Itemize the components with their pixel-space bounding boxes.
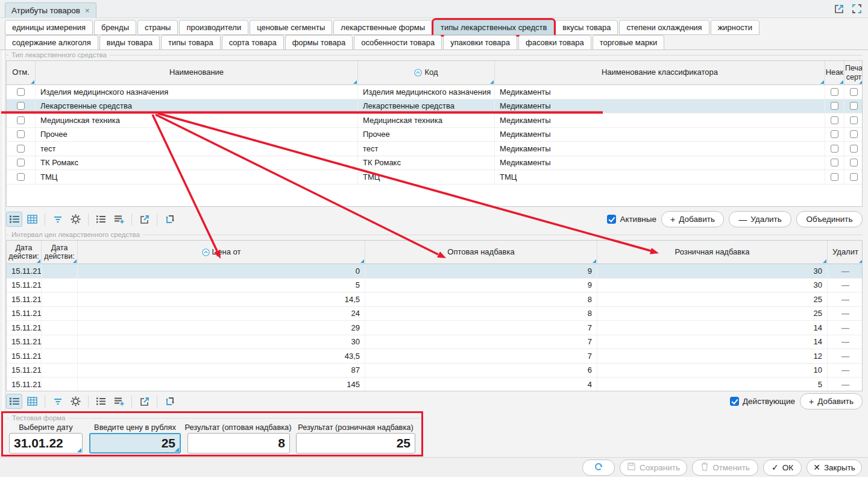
attr-tab[interactable]: жирности: [711, 20, 760, 35]
merge-button[interactable]: Объединить: [796, 211, 863, 227]
add-row-icon[interactable]: [111, 212, 127, 227]
attr-tab[interactable]: ценовые сегменты: [250, 20, 332, 35]
delete-row-icon[interactable]: —: [841, 267, 849, 276]
grid-view-icon[interactable]: [24, 212, 40, 227]
attr-tab[interactable]: бренды: [94, 20, 136, 35]
row-mark-checkbox[interactable]: [17, 130, 25, 138]
attr-tab[interactable]: особенности товара: [354, 35, 442, 50]
attr-tab[interactable]: типы лекарственных средств: [433, 20, 554, 35]
row-inactive-checkbox[interactable]: [831, 145, 838, 153]
col-header-code[interactable]: Код: [358, 61, 495, 84]
row-inactive-checkbox[interactable]: [831, 130, 838, 138]
attr-tab[interactable]: сорта товара: [222, 35, 284, 50]
refresh-button[interactable]: [582, 460, 615, 476]
row-inactive-checkbox[interactable]: [831, 116, 838, 124]
col-header-wholesale[interactable]: Оптовая надбавка: [365, 241, 597, 264]
row-mark-checkbox[interactable]: [17, 102, 25, 110]
row-print-checkbox[interactable]: [850, 145, 858, 153]
price-interval-row[interactable]: 15.11.215930—: [7, 279, 862, 293]
current-filter[interactable]: Действующие: [730, 397, 795, 406]
row-inactive-checkbox[interactable]: [831, 102, 838, 110]
close-tab-icon[interactable]: ×: [85, 6, 90, 15]
attr-tab[interactable]: торговые марки: [593, 35, 664, 50]
col-header-delete[interactable]: Удалит: [828, 241, 863, 264]
drug-type-row[interactable]: ТК РомаксТК РомаксМедикаменты: [7, 156, 862, 171]
row-print-checkbox[interactable]: [850, 116, 858, 124]
add-type-button[interactable]: + Добавить: [661, 211, 724, 227]
save-button[interactable]: Сохранить: [620, 460, 687, 476]
reload-icon[interactable]: [162, 212, 178, 227]
attr-tab[interactable]: виды товара: [99, 35, 160, 50]
attr-tab[interactable]: типы товара: [161, 35, 221, 50]
add-row-icon[interactable]: [111, 394, 127, 409]
row-inactive-checkbox[interactable]: [831, 173, 838, 181]
price-interval-row[interactable]: 15.11.2143,5712—: [7, 349, 862, 364]
row-print-checkbox[interactable]: [850, 102, 858, 110]
export-icon[interactable]: [136, 212, 153, 227]
row-mark-checkbox[interactable]: [17, 88, 25, 96]
ok-button[interactable]: ✓ ОК: [763, 460, 802, 476]
delete-row-icon[interactable]: —: [841, 323, 849, 332]
attr-tab[interactable]: степени охлаждения: [619, 20, 709, 35]
grid-view-icon[interactable]: [24, 394, 40, 409]
delete-row-icon[interactable]: —: [841, 309, 849, 318]
cancel-button[interactable]: Отменить: [692, 460, 758, 476]
reload-icon[interactable]: [162, 394, 178, 409]
drug-type-row[interactable]: ПрочееПрочееМедикаменты: [7, 128, 862, 142]
price-interval-row[interactable]: 15.11.2114545—: [7, 377, 862, 391]
attr-tab[interactable]: фасовки товара: [518, 35, 591, 50]
row-inactive-checkbox[interactable]: [831, 88, 838, 96]
current-checkbox[interactable]: [730, 397, 739, 406]
attr-tab[interactable]: вкусы товара: [555, 20, 618, 35]
price-interval-row[interactable]: 15.11.2187610—: [7, 364, 862, 378]
numbered-list-icon[interactable]: [93, 212, 109, 227]
open-in-window-icon[interactable]: [834, 4, 844, 14]
delete-type-button[interactable]: — Удалить: [729, 211, 791, 227]
attr-tab[interactable]: единицы измерения: [5, 20, 93, 35]
doc-tab-attributes[interactable]: Атрибуты товаров ×: [5, 2, 96, 18]
delete-row-icon[interactable]: —: [841, 365, 849, 374]
col-header-date-from[interactable]: Дата действи:: [7, 241, 42, 264]
list-view-icon[interactable]: [6, 394, 22, 409]
export-icon[interactable]: [136, 394, 153, 409]
row-inactive-checkbox[interactable]: [831, 159, 838, 166]
drug-type-row[interactable]: Лекарственные средстваЛекарственные сред…: [7, 100, 862, 114]
list-view-icon[interactable]: [6, 212, 22, 227]
row-print-checkbox[interactable]: [850, 88, 858, 96]
col-header-inactive[interactable]: Неак: [825, 61, 844, 84]
price-interval-row[interactable]: 15.11.2124825—: [7, 307, 862, 321]
drug-type-row[interactable]: ТМЦТМЦТМЦ: [7, 170, 862, 185]
drug-type-row[interactable]: Изделия медицинского назначенияИзделия м…: [7, 85, 862, 100]
active-filter[interactable]: Активные: [607, 215, 656, 224]
price-interval-row[interactable]: 15.11.210930—: [7, 264, 862, 279]
filter-icon[interactable]: [49, 212, 66, 227]
date-input[interactable]: 31.01.22: [9, 433, 83, 453]
settings-gear-icon[interactable]: [68, 212, 84, 227]
row-mark-checkbox[interactable]: [17, 159, 25, 166]
delete-row-icon[interactable]: —: [841, 380, 849, 389]
price-input[interactable]: 25: [89, 433, 181, 453]
drug-type-row[interactable]: Медицинская техникаМедицинская техникаМе…: [7, 113, 862, 128]
row-print-checkbox[interactable]: [850, 130, 858, 138]
price-interval-row[interactable]: 15.11.2129714—: [7, 321, 862, 335]
active-checkbox[interactable]: [607, 215, 616, 224]
col-header-mark[interactable]: Отм.: [7, 61, 36, 84]
price-interval-row[interactable]: 15.11.2114,5825—: [7, 292, 862, 307]
col-header-classifier[interactable]: Наименование классификатора: [495, 61, 825, 84]
attr-tab[interactable]: производители: [179, 20, 248, 35]
attr-tab[interactable]: упаковки товара: [443, 35, 517, 50]
row-mark-checkbox[interactable]: [17, 173, 25, 181]
attr-tab[interactable]: страны: [137, 20, 178, 35]
row-print-checkbox[interactable]: [850, 173, 858, 181]
col-header-retail[interactable]: Розничная надбавка: [597, 241, 828, 264]
fullscreen-icon[interactable]: [852, 4, 862, 14]
row-mark-checkbox[interactable]: [17, 145, 25, 153]
settings-gear-icon[interactable]: [68, 394, 84, 409]
attr-tab[interactable]: формы товара: [285, 35, 353, 50]
filter-icon[interactable]: [49, 394, 66, 409]
attr-tab[interactable]: лекарственные формы: [333, 20, 432, 35]
delete-row-icon[interactable]: —: [841, 352, 849, 361]
attr-tab[interactable]: содержание алкоголя: [5, 35, 98, 50]
row-print-checkbox[interactable]: [850, 159, 858, 166]
col-header-print[interactable]: Печасерт: [844, 61, 863, 84]
